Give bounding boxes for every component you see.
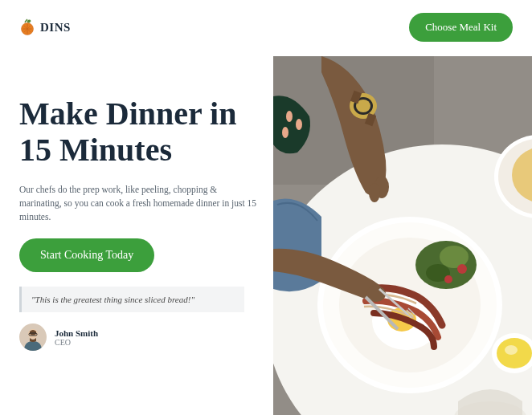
choose-meal-kit-button[interactable]: Choose Meal Kit <box>409 13 513 42</box>
hero-food-image <box>273 56 532 415</box>
main-content: Make Dinner in 15 Minutes Our chefs do t… <box>0 48 532 351</box>
start-cooking-button[interactable]: Start Cooking Today <box>19 238 154 272</box>
orange-fruit-icon <box>19 18 35 36</box>
svg-point-34 <box>282 127 289 138</box>
author-text: John Smith CEO <box>55 328 98 347</box>
svg-point-32 <box>286 111 293 122</box>
hero-headline: Make Dinner in 15 Minutes <box>19 96 260 169</box>
brand-name: DINS <box>40 21 71 35</box>
svg-point-28 <box>457 264 467 274</box>
hero-subhead: Our chefs do the prep work, like peeling… <box>19 183 260 225</box>
hero-text-column: Make Dinner in 15 Minutes Our chefs do t… <box>19 56 260 351</box>
author-avatar <box>19 323 47 351</box>
author-title: CEO <box>55 338 98 347</box>
testimonial-author: John Smith CEO <box>19 323 260 351</box>
author-name: John Smith <box>55 328 98 338</box>
svg-point-33 <box>296 119 302 130</box>
testimonial-quote: "This is the greatest thing since sliced… <box>19 287 244 312</box>
hero-image-column <box>273 56 532 351</box>
svg-point-20 <box>505 345 518 355</box>
logo[interactable]: DINS <box>19 18 71 36</box>
svg-point-41 <box>369 183 380 202</box>
header: DINS Choose Meal Kit <box>0 0 532 48</box>
svg-point-29 <box>444 275 452 283</box>
